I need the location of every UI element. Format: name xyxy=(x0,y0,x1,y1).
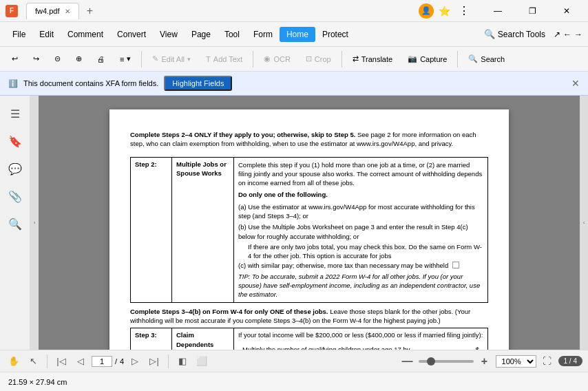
menu-convert[interactable]: Convert xyxy=(110,27,153,42)
window-controls: — ❐ ✕ xyxy=(482,1,582,21)
external-link-icon[interactable]: ↗ xyxy=(554,30,560,39)
minimize-button[interactable]: — xyxy=(482,1,514,21)
page-number-input[interactable] xyxy=(92,356,112,367)
zoom-control xyxy=(419,360,474,363)
undo-button[interactable]: ↩ xyxy=(6,51,24,67)
menu-form[interactable]: Form xyxy=(246,27,280,42)
add-text-label: Add Text xyxy=(213,55,243,63)
step3-inputs: Multiply the number of qualifying childr… xyxy=(238,343,483,350)
highlight-fields-button[interactable]: Highlight Fields xyxy=(164,76,232,91)
tab-label: fw4.pdf xyxy=(35,7,59,15)
menu-edit[interactable]: Edit xyxy=(32,27,61,42)
step3-content: If your total income will be $200,000 or… xyxy=(234,328,488,350)
step2-main-text: Complete this step if you (1) hold more … xyxy=(238,160,483,188)
crop-icon: ⊡ xyxy=(306,54,312,63)
close-button[interactable]: ✕ xyxy=(551,1,582,21)
left-sidebar: ☰ 🔖 💬 📎 🔍 xyxy=(0,96,30,350)
menu-home[interactable]: Home xyxy=(280,27,315,42)
prev-page-button[interactable]: ◁ xyxy=(72,353,89,370)
sidebar-item-pages[interactable]: ☰ xyxy=(3,101,28,126)
menu-view[interactable]: View xyxy=(153,27,185,42)
tab-area: fw4.pdf ✕ + xyxy=(26,3,97,19)
crop-button[interactable]: ⊡ Crop xyxy=(300,51,337,67)
add-text-button[interactable]: T Add Text xyxy=(200,52,249,67)
fit-page-button[interactable]: ◧ xyxy=(174,353,191,370)
complete-steps-bold: Complete Steps 2–4 ONLY if they apply to… xyxy=(130,131,355,138)
back-icon[interactable]: ← xyxy=(563,30,571,39)
last-page-button[interactable]: ▷| xyxy=(146,353,162,370)
content-area: Complete Steps 2–4 ONLY if they apply to… xyxy=(39,96,580,350)
options-button[interactable]: ≡▾ xyxy=(114,51,137,67)
sidebar-item-bookmarks[interactable]: 🔖 xyxy=(3,129,28,154)
search-toolbar-button[interactable]: 🔍 Search xyxy=(462,51,511,67)
bottom-area: ✋ ↖ |◁ ◁ / 4 ▷ ▷| ◧ ⬜ — + 100% 75% 50% 1… xyxy=(0,350,588,391)
restore-button[interactable]: ❐ xyxy=(516,1,548,21)
title-bar-right: 👤 ⭐ ⋮ — ❐ ✕ xyxy=(419,1,582,21)
zoom-in-toolbar-button[interactable]: ⊕ xyxy=(70,51,88,67)
pdf-tab[interactable]: fw4.pdf ✕ xyxy=(26,3,79,19)
left-collapse-handle[interactable]: › xyxy=(30,96,39,350)
ocr-button[interactable]: ◉ OCR xyxy=(258,51,296,67)
star-icon[interactable]: ⭐ xyxy=(437,3,452,19)
zoom-dropdown[interactable]: 100% 75% 50% 125% 150% xyxy=(496,355,536,368)
print-button[interactable]: 🖨 xyxy=(91,52,111,67)
menu-comment[interactable]: Comment xyxy=(61,27,110,42)
zoom-in-icon: ⊕ xyxy=(76,54,82,63)
fullscreen-button[interactable]: ⛶ xyxy=(539,353,556,370)
xfa-close-icon[interactable]: ✕ xyxy=(571,78,580,89)
sidebar-item-attachments[interactable]: 📎 xyxy=(3,184,28,209)
menu-page[interactable]: Page xyxy=(185,27,218,42)
translate-button[interactable]: ⇄ Translate xyxy=(346,51,399,67)
xfa-banner: ℹ️ This document contains XFA form field… xyxy=(0,72,588,96)
zoom-in-button[interactable]: + xyxy=(476,353,493,370)
translate-label: Translate xyxy=(361,55,392,63)
xfa-info-icon: ℹ️ xyxy=(8,79,18,88)
right-collapse-handle[interactable]: ‹ xyxy=(580,96,588,350)
step2-label: Step 2: xyxy=(131,157,172,302)
menu-tool[interactable]: Tool xyxy=(218,27,246,42)
step3-row1-field: $ xyxy=(427,343,483,350)
nav-sep1 xyxy=(47,355,48,368)
zoom-out-toolbar-button[interactable]: ⊝ xyxy=(48,51,67,67)
fit-width-button[interactable]: ⬜ xyxy=(193,353,210,370)
select-tool-button[interactable]: ↖ xyxy=(25,353,41,370)
sidebar-item-search[interactable]: 🔍 xyxy=(3,211,28,236)
step3-table: Step 3: Claim Dependents If your total i… xyxy=(130,328,488,350)
tab-close-icon[interactable]: ✕ xyxy=(65,8,70,15)
first-page-button[interactable]: |◁ xyxy=(53,353,70,370)
new-tab-button[interactable]: + xyxy=(82,3,97,19)
step2-checkbox[interactable] xyxy=(452,262,459,268)
edit-all-button[interactable]: ✎ Edit All ▾ xyxy=(146,51,197,67)
options-chevron: ▾ xyxy=(127,54,131,63)
main-layout: ☰ 🔖 💬 📎 🔍 › Complete Steps 2–4 ONLY if t… xyxy=(0,96,588,350)
toolbar-separator-4 xyxy=(457,51,458,67)
hand-tool-button[interactable]: ✋ xyxy=(6,353,22,370)
profile-icon[interactable]: 👤 xyxy=(419,3,434,19)
forward-icon[interactable]: → xyxy=(574,30,582,39)
ocr-label: OCR xyxy=(273,55,290,63)
step2-option-b-note: If there are only two jobs total, you ma… xyxy=(248,242,483,261)
search-toolbar-label: Search xyxy=(481,55,505,63)
menu-file[interactable]: File xyxy=(6,27,32,42)
more-options-icon[interactable]: ⋮ xyxy=(459,4,470,17)
zoom-out-button[interactable]: — xyxy=(399,353,416,370)
page-badge: 1 / 4 xyxy=(558,356,582,366)
search-tools-label[interactable]: Search Tools xyxy=(498,30,545,39)
zoom-out-icon: ⊝ xyxy=(54,54,61,63)
next-page-button[interactable]: ▷ xyxy=(127,353,143,370)
sidebar-item-comments[interactable]: 💬 xyxy=(3,156,28,181)
toolbar: ↩ ↪ ⊝ ⊕ 🖨 ≡▾ ✎ Edit All ▾ T Add Text ◉ O… xyxy=(0,47,588,72)
step2-option-c: (c) with similar pay; otherwise, more ta… xyxy=(238,261,483,270)
search-toolbar-icon: 🔍 xyxy=(468,54,478,63)
step2-tip: TIP: To be accurate, submit a 2022 Form … xyxy=(238,272,483,299)
print-icon: 🖨 xyxy=(97,55,105,63)
page-container[interactable]: Complete Steps 2–4 ONLY if they apply to… xyxy=(39,96,580,350)
title-bar: F fw4.pdf ✕ + 👤 ⭐ ⋮ — ❐ ✕ xyxy=(0,0,588,22)
step2-option-b: (b) Use the Multiple Jobs Worksheet on p… xyxy=(238,222,483,241)
zoom-slider[interactable] xyxy=(419,360,474,363)
capture-label: Capture xyxy=(420,55,447,63)
search-tools-icon: 🔍 xyxy=(484,29,495,39)
menu-protect[interactable]: Protect xyxy=(315,27,355,42)
redo-button[interactable]: ↪ xyxy=(27,51,45,67)
capture-button[interactable]: 📷 Capture xyxy=(401,51,453,67)
